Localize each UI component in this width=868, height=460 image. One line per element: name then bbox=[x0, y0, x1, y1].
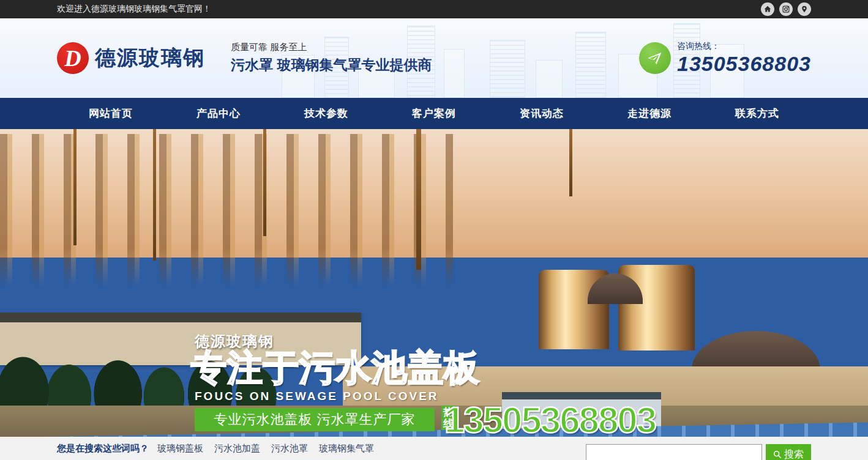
nav-item-products[interactable]: 产品中心 bbox=[165, 98, 272, 129]
search-icon bbox=[773, 450, 782, 459]
home-icon[interactable] bbox=[761, 2, 774, 16]
hero-mast bbox=[569, 129, 572, 196]
hotline-label: 咨询热线： bbox=[677, 41, 811, 52]
hero-mast bbox=[153, 129, 156, 261]
hotline-number: 13505368803 bbox=[677, 52, 811, 76]
site-header: D 德源玻璃钢 质量可靠 服务至上 污水罩 玻璃钢集气罩专业提供商 咨询热线： … bbox=[0, 18, 868, 98]
nav-item-contact[interactable]: 联系方式 bbox=[703, 98, 811, 129]
slogan-big: 污水罩 玻璃钢集气罩专业提供商 bbox=[231, 56, 432, 75]
welcome-text: 欢迎进入德源玻璃钢玻璃钢集气罩官网！ bbox=[57, 4, 211, 15]
search-box: 搜索 bbox=[586, 444, 811, 460]
hot-keywords: 玻璃钢盖板 污水池加盖 污水池罩 玻璃钢集气罩 bbox=[157, 443, 374, 454]
hero-subheadline: FOUCS ON SEWAGE POOL COVER bbox=[195, 390, 439, 403]
paper-plane-icon bbox=[639, 42, 671, 74]
nav-item-news[interactable]: 资讯动态 bbox=[488, 98, 596, 129]
logo-icon: D bbox=[57, 42, 89, 74]
hero-towers bbox=[0, 134, 453, 287]
hero-headline: 专注于污水池盖板 bbox=[191, 344, 480, 392]
camera-icon[interactable] bbox=[779, 2, 793, 16]
search-button-label: 搜索 bbox=[784, 448, 804, 460]
keyword-link-cover[interactable]: 玻璃钢盖板 bbox=[157, 443, 203, 454]
location-icon[interactable] bbox=[798, 2, 811, 16]
nav-item-about[interactable]: 走进德源 bbox=[596, 98, 703, 129]
hotline: 咨询热线： 13505368803 bbox=[639, 41, 811, 76]
sales-hotline-number: 13505368803 bbox=[444, 403, 656, 437]
topbar: 欢迎进入德源玻璃钢玻璃钢集气罩官网！ bbox=[0, 0, 868, 18]
search-button[interactable]: 搜索 bbox=[766, 444, 811, 460]
slogan-small: 质量可靠 服务至上 bbox=[231, 42, 432, 53]
keyword-link-gas-hood[interactable]: 玻璃钢集气罩 bbox=[319, 443, 374, 454]
keyword-link-pool-hood[interactable]: 污水池罩 bbox=[271, 443, 308, 454]
nav-item-specs[interactable]: 技术参数 bbox=[272, 98, 380, 129]
nav-item-home[interactable]: 网站首页 bbox=[57, 98, 165, 129]
hero-green-banner[interactable]: 专业污水池盖板 污水罩生产厂家 bbox=[195, 408, 435, 431]
hero-mast bbox=[263, 129, 266, 236]
keyword-link-pool-cap[interactable]: 污水池加盖 bbox=[214, 443, 260, 454]
nav-item-cases[interactable]: 客户案例 bbox=[380, 98, 488, 129]
main-nav: 网站首页 产品中心 技术参数 客户案例 资讯动态 走进德源 联系方式 bbox=[0, 98, 868, 129]
hero-mast bbox=[73, 129, 77, 245]
hero-banner: 德源玻璃钢 专注于污水池盖板 FOUCS ON SEWAGE POOL COVE… bbox=[0, 129, 868, 437]
search-strip: 您是在搜索这些词吗？ 玻璃钢盖板 污水池加盖 污水池罩 玻璃钢集气罩 搜索 bbox=[0, 437, 868, 460]
logo[interactable]: D 德源玻璃钢 bbox=[57, 42, 205, 74]
slogan: 质量可靠 服务至上 污水罩 玻璃钢集气罩专业提供商 bbox=[231, 42, 432, 75]
brand-name: 德源玻璃钢 bbox=[95, 44, 205, 72]
hero-mast bbox=[416, 129, 421, 270]
social-icons bbox=[761, 2, 811, 16]
search-question: 您是在搜索这些词吗？ bbox=[57, 443, 149, 454]
search-input[interactable] bbox=[586, 444, 762, 460]
